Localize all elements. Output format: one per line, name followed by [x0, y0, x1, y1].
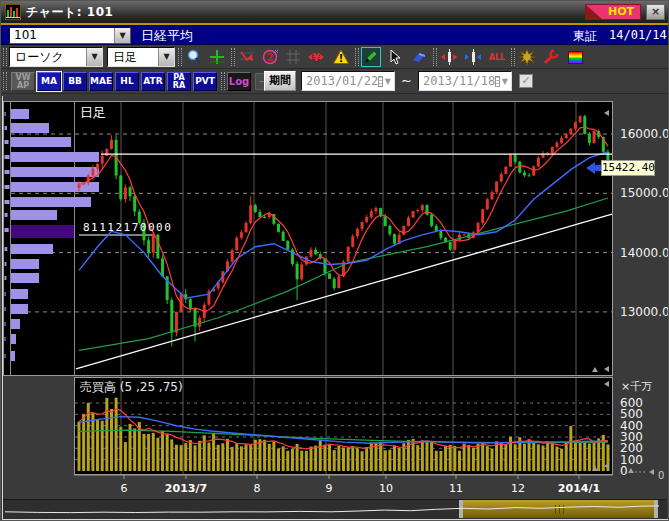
navigator	[5, 500, 659, 518]
chart-window: チャート: 101 HOT × 101 ▼ 日経平均 東証 14/01/14 ロ…	[0, 0, 669, 521]
svg-text:2013/7: 2013/7	[165, 482, 207, 495]
svg-text:0: 0	[658, 470, 664, 481]
volume-unit-label: ×千万	[621, 379, 652, 394]
chart-canvas[interactable]: 16000.0015000.0014000.0013000.0060050040…	[1, 1, 669, 521]
volume-pane-label: 売買高 (5 ,25 ,75)	[80, 379, 183, 396]
last-price-tag: 15422.40	[601, 160, 655, 176]
svg-text:13000.00: 13000.00	[620, 305, 669, 319]
svg-text:14000.00: 14000.00	[620, 246, 669, 260]
svg-text:6: 6	[121, 482, 128, 495]
svg-text:15000.00: 15000.00	[620, 186, 669, 200]
svg-text:8: 8	[254, 482, 261, 495]
pane-label: 日足	[80, 104, 106, 122]
volume-profile-value: 81112170000	[83, 221, 172, 234]
volume-bars	[78, 398, 610, 471]
svg-text:9: 9	[326, 482, 333, 495]
svg-text:2014/1: 2014/1	[558, 482, 600, 495]
svg-text:11: 11	[449, 482, 463, 495]
svg-text:12: 12	[511, 482, 525, 495]
svg-text:0: 0	[620, 464, 628, 478]
svg-text:10: 10	[379, 482, 393, 495]
svg-text:16000.00: 16000.00	[620, 127, 669, 141]
